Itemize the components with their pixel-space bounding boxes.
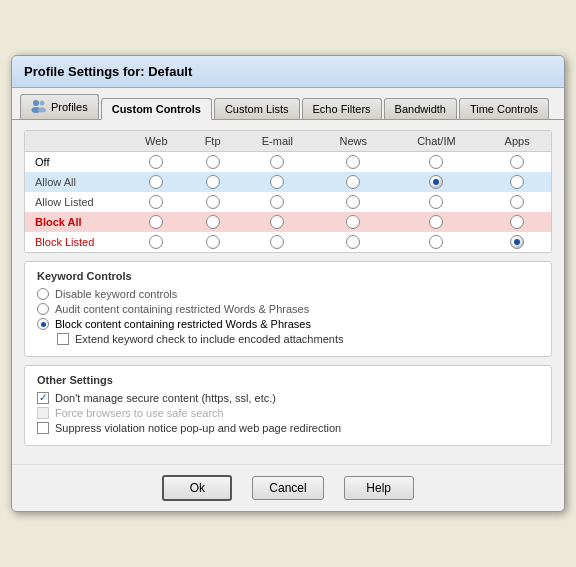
tab-profiles[interactable]: Profiles: [20, 94, 99, 119]
table-row: Block All: [25, 212, 551, 232]
tab-custom-lists-label: Custom Lists: [225, 103, 289, 115]
other-settings-section: Other Settings Don't manage secure conte…: [24, 365, 552, 446]
tab-custom-controls-label: Custom Controls: [112, 103, 201, 115]
keyword-disable-option[interactable]: Disable keyword controls: [37, 288, 539, 300]
tab-echo-filters-label: Echo Filters: [313, 103, 371, 115]
radio-blockall-email[interactable]: [270, 215, 284, 229]
radio-allowall-ftp[interactable]: [206, 175, 220, 189]
radio-allowlisted-web[interactable]: [149, 195, 163, 209]
other-settings-secure-option[interactable]: Don't manage secure content (https, ssl,…: [37, 392, 539, 404]
other-settings-title: Other Settings: [37, 374, 539, 386]
cb-safe-search[interactable]: [37, 407, 49, 419]
svg-point-0: [33, 100, 39, 106]
radio-allowlisted-news[interactable]: [346, 195, 360, 209]
radio-allowall-email[interactable]: [270, 175, 284, 189]
col-header-label: [25, 131, 125, 152]
radio-blockall-ftp[interactable]: [206, 215, 220, 229]
keyword-disable-label: Disable keyword controls: [55, 288, 177, 300]
radio-off-news[interactable]: [346, 155, 360, 169]
row-label-allowall: Allow All: [25, 172, 125, 192]
tab-bandwidth-label: Bandwidth: [395, 103, 446, 115]
main-content: Web Ftp E-mail News Chat/IM Apps Off: [12, 120, 564, 464]
cancel-button[interactable]: Cancel: [252, 476, 323, 500]
radio-blocklisted-web[interactable]: [149, 235, 163, 249]
radio-blocklisted-ftp[interactable]: [206, 235, 220, 249]
tab-bandwidth[interactable]: Bandwidth: [384, 98, 457, 119]
row-label-blockall: Block All: [25, 212, 125, 232]
keyword-audit-label: Audit content containing restricted Word…: [55, 303, 309, 315]
other-settings-suppress-label: Suppress violation notice pop-up and web…: [55, 422, 341, 434]
radio-allowall-apps[interactable]: [510, 175, 524, 189]
tab-custom-lists[interactable]: Custom Lists: [214, 98, 300, 119]
other-settings-safesearch-option[interactable]: Force browsers to use safe search: [37, 407, 539, 419]
col-header-chatim: Chat/IM: [390, 131, 484, 152]
tab-time-controls[interactable]: Time Controls: [459, 98, 549, 119]
other-settings-secure-label: Don't manage secure content (https, ssl,…: [55, 392, 276, 404]
tab-time-controls-label: Time Controls: [470, 103, 538, 115]
col-header-email: E-mail: [238, 131, 318, 152]
cb-secure-content[interactable]: [37, 392, 49, 404]
radio-blockall-chatim[interactable]: [429, 215, 443, 229]
radio-blocklisted-email[interactable]: [270, 235, 284, 249]
keyword-block-option[interactable]: Block content containing restricted Word…: [37, 318, 539, 330]
controls-table: Web Ftp E-mail News Chat/IM Apps Off: [25, 131, 551, 252]
radio-audit-keyword[interactable]: [37, 303, 49, 315]
dialog: Profile Settings for: Default Profiles C…: [11, 55, 565, 512]
radio-block-keyword[interactable]: [37, 318, 49, 330]
radio-allowlisted-chatim[interactable]: [429, 195, 443, 209]
keyword-audit-option[interactable]: Audit content containing restricted Word…: [37, 303, 539, 315]
radio-allowall-news[interactable]: [346, 175, 360, 189]
profiles-icon: [31, 99, 47, 115]
other-settings-suppress-option[interactable]: Suppress violation notice pop-up and web…: [37, 422, 539, 434]
radio-allowlisted-apps[interactable]: [510, 195, 524, 209]
help-button[interactable]: Help: [344, 476, 414, 500]
radio-blocklisted-chatim[interactable]: [429, 235, 443, 249]
tab-echo-filters[interactable]: Echo Filters: [302, 98, 382, 119]
radio-blockall-apps[interactable]: [510, 215, 524, 229]
svg-point-3: [38, 107, 46, 112]
radio-blockall-news[interactable]: [346, 215, 360, 229]
cb-encoded-attachments[interactable]: [57, 333, 69, 345]
keyword-checkbox-option[interactable]: Extend keyword check to include encoded …: [57, 333, 539, 345]
table-header-row: Web Ftp E-mail News Chat/IM Apps: [25, 131, 551, 152]
radio-off-web[interactable]: [149, 155, 163, 169]
radio-off-apps[interactable]: [510, 155, 524, 169]
radio-off-ftp[interactable]: [206, 155, 220, 169]
radio-allowall-web[interactable]: [149, 175, 163, 189]
radio-blocklisted-apps[interactable]: [510, 235, 524, 249]
keyword-checkbox-label: Extend keyword check to include encoded …: [75, 333, 343, 345]
other-settings-safesearch-label: Force browsers to use safe search: [55, 407, 224, 419]
col-header-news: News: [317, 131, 389, 152]
tab-custom-controls[interactable]: Custom Controls: [101, 98, 212, 120]
radio-disable-keyword[interactable]: [37, 288, 49, 300]
keyword-controls-title: Keyword Controls: [37, 270, 539, 282]
tab-bar: Profiles Custom Controls Custom Lists Ec…: [12, 88, 564, 120]
radio-allowlisted-ftp[interactable]: [206, 195, 220, 209]
table-row: Allow Listed: [25, 192, 551, 212]
dialog-title: Profile Settings for: Default: [24, 64, 192, 79]
title-bar: Profile Settings for: Default: [12, 56, 564, 88]
button-row: Ok Cancel Help: [12, 464, 564, 511]
ok-button[interactable]: Ok: [162, 475, 232, 501]
radio-blockall-web[interactable]: [149, 215, 163, 229]
radio-off-chatim[interactable]: [429, 155, 443, 169]
radio-blocklisted-news[interactable]: [346, 235, 360, 249]
col-header-web: Web: [125, 131, 188, 152]
tab-profiles-label: Profiles: [51, 101, 88, 113]
svg-point-2: [40, 100, 45, 105]
col-header-ftp: Ftp: [188, 131, 238, 152]
row-label-blocklisted: Block Listed: [25, 232, 125, 252]
keyword-block-label: Block content containing restricted Word…: [55, 318, 311, 330]
radio-allowall-chatim[interactable]: [429, 175, 443, 189]
row-label-off: Off: [25, 151, 125, 172]
radio-off-email[interactable]: [270, 155, 284, 169]
row-label-allowlisted: Allow Listed: [25, 192, 125, 212]
keyword-controls-section: Keyword Controls Disable keyword control…: [24, 261, 552, 357]
controls-table-wrapper: Web Ftp E-mail News Chat/IM Apps Off: [24, 130, 552, 253]
radio-allowlisted-email[interactable]: [270, 195, 284, 209]
table-row: Off: [25, 151, 551, 172]
table-row: Allow All: [25, 172, 551, 192]
col-header-apps: Apps: [483, 131, 551, 152]
cb-suppress-violation[interactable]: [37, 422, 49, 434]
table-row: Block Listed: [25, 232, 551, 252]
